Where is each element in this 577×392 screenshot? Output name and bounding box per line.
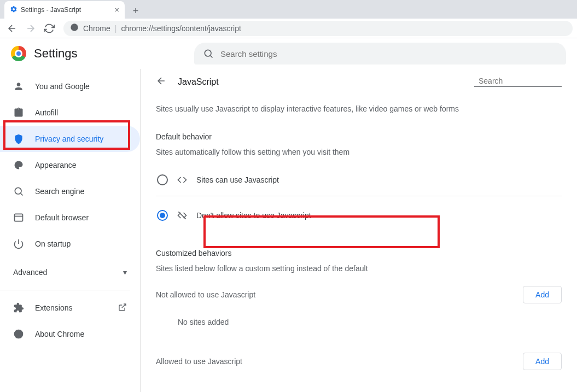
sidebar-item-label: You and Google [35, 82, 90, 91]
radio-allow-label: Sites can use Javascript [196, 175, 279, 184]
default-behavior-title: Default behavior [156, 132, 562, 141]
sidebar-item-label: Privacy and security [35, 134, 103, 143]
extension-icon [13, 302, 24, 313]
back-arrow-button[interactable] [156, 75, 167, 88]
sidebar-item-you-and-google[interactable]: You and Google [0, 73, 140, 100]
not-allowed-title: Not allowed to use Javascript [156, 290, 255, 299]
browser-tab[interactable]: Settings - JavaScript × [4, 1, 125, 19]
browser-icon [13, 212, 24, 223]
power-icon [13, 238, 24, 249]
svg-rect-3 [15, 214, 23, 221]
radio-block-row[interactable]: Don't allow sites to use Javascript [156, 202, 562, 229]
sidebar-item-autofill[interactable]: Autofill [0, 100, 140, 126]
customized-subtitle: Sites listed below follow a custom setti… [156, 264, 562, 273]
chrome-icon [70, 23, 79, 33]
separator: | [115, 24, 117, 33]
not-allowed-section: Not allowed to use Javascript Add [156, 286, 562, 303]
search-icon [13, 186, 24, 197]
sidebar-item-on-startup[interactable]: On startup [0, 231, 140, 257]
sidebar-item-extensions[interactable]: Extensions [0, 295, 140, 321]
new-tab-button[interactable]: + [128, 3, 143, 19]
app-header: Settings [0, 38, 577, 69]
sidebar-item-default-browser[interactable]: Default browser [0, 204, 140, 231]
sidebar-item-label: Extensions [35, 303, 72, 312]
forward-button[interactable] [23, 21, 38, 36]
tab-strip: Settings - JavaScript × + [0, 0, 577, 19]
url-path: chrome://settings/content/javascript [121, 24, 241, 33]
settings-search[interactable] [194, 43, 566, 65]
main-content: JavaScript Sites usually use Javascript … [140, 69, 577, 392]
sidebar-item-label: Autofill [35, 108, 58, 117]
chrome-logo-icon [11, 46, 26, 61]
sidebar-item-label: Search engine [35, 187, 84, 196]
svg-point-4 [14, 330, 24, 339]
default-behavior-subtitle: Sites automatically follow this setting … [156, 148, 562, 156]
svg-point-1 [205, 50, 211, 56]
page-title: JavaScript [178, 77, 219, 87]
radio-allow-row[interactable]: Sites can use Javascript [156, 166, 562, 194]
sidebar-item-appearance[interactable]: Appearance [0, 152, 140, 178]
close-icon[interactable]: × [115, 5, 119, 14]
page-search-input[interactable] [479, 77, 574, 85]
settings-search-input[interactable] [220, 49, 557, 58]
code-icon [177, 174, 188, 185]
svg-point-0 [71, 24, 78, 31]
allowed-title: Allowed to use Javascript [156, 357, 242, 366]
add-allowed-button[interactable]: Add [523, 353, 562, 370]
sidebar-item-label: About Chrome [35, 330, 84, 338]
page-search[interactable] [474, 77, 562, 87]
chrome-icon [13, 329, 24, 340]
settings-title: Settings [34, 46, 78, 61]
chevron-down-icon: ▾ [123, 268, 127, 277]
no-sites-text: No sites added [156, 309, 562, 340]
tab-title: Settings - JavaScript [21, 6, 81, 14]
code-off-icon [177, 210, 188, 221]
page-description: Sites usually use Javascript to display … [156, 103, 562, 115]
url-label: Chrome [83, 24, 110, 33]
radio-block-label: Don't allow sites to use Javascript [196, 211, 311, 220]
sidebar-item-label: Appearance [35, 161, 77, 169]
sidebar-item-label: On startup [35, 239, 71, 248]
allowed-section: Allowed to use Javascript Add [156, 353, 562, 370]
sidebar-item-about[interactable]: About Chrome [0, 321, 140, 347]
back-button[interactable] [4, 21, 20, 36]
add-not-allowed-button[interactable]: Add [523, 286, 562, 303]
sidebar-item-search-engine[interactable]: Search engine [0, 178, 140, 204]
divider [0, 290, 130, 290]
divider [156, 196, 562, 196]
advanced-label: Advanced [13, 268, 47, 277]
palette-icon [13, 160, 24, 171]
sidebar-item-privacy[interactable]: Privacy and security [0, 126, 140, 152]
person-icon [13, 81, 24, 92]
external-link-icon [118, 303, 127, 313]
radio-button-selected[interactable] [157, 210, 168, 221]
sidebar-advanced[interactable]: Advanced ▾ [0, 259, 140, 285]
sidebar-item-label: Default browser [35, 213, 89, 222]
address-bar[interactable]: Chrome | chrome://settings/content/javas… [63, 21, 573, 36]
shield-icon [13, 133, 24, 144]
sidebar: You and Google Autofill Privacy and secu… [0, 69, 140, 392]
customized-title: Customized behaviors [156, 249, 562, 258]
clipboard-icon [13, 107, 24, 118]
gear-icon [10, 5, 18, 15]
search-icon [203, 48, 214, 59]
radio-button-unselected[interactable] [157, 174, 168, 185]
browser-toolbar: Chrome | chrome://settings/content/javas… [0, 19, 577, 38]
svg-point-2 [15, 188, 21, 194]
reload-button[interactable] [42, 21, 57, 36]
